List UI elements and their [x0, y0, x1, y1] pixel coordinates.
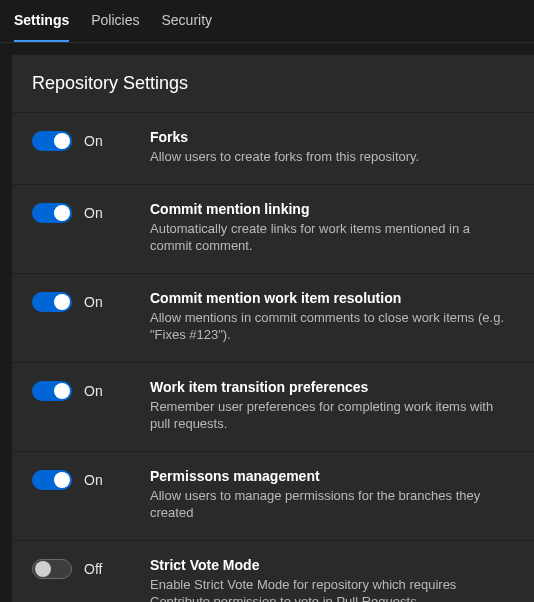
tab-policies[interactable]: Policies [91, 12, 139, 42]
setting-title: Forks [150, 129, 514, 145]
settings-panel: Repository Settings On Forks Allow users… [12, 55, 534, 602]
toggle-permissions-management[interactable] [32, 470, 72, 490]
toggle-strict-vote-mode[interactable] [32, 559, 72, 579]
setting-desc: Allow mentions in commit comments to clo… [150, 309, 514, 344]
toggle-knob [54, 133, 70, 149]
setting-permissions-management: On Permissons management Allow users to … [12, 451, 534, 540]
tab-security[interactable]: Security [161, 12, 212, 42]
setting-desc: Enable Strict Vote Mode for repository w… [150, 576, 514, 602]
toggle-knob [54, 294, 70, 310]
toggle-commit-mention-resolution[interactable] [32, 292, 72, 312]
toggle-knob [54, 472, 70, 488]
toggle-forks[interactable] [32, 131, 72, 151]
setting-title: Commit mention linking [150, 201, 514, 217]
toggle-knob [54, 205, 70, 221]
setting-text: Work item transition preferences Remembe… [150, 379, 514, 433]
setting-text: Commit mention work item resolution Allo… [150, 290, 514, 344]
setting-commit-mention-linking: On Commit mention linking Automatically … [12, 184, 534, 273]
toggle-knob [35, 561, 51, 577]
setting-title: Strict Vote Mode [150, 557, 514, 573]
setting-title: Commit mention work item resolution [150, 290, 514, 306]
setting-text: Permissons management Allow users to man… [150, 468, 514, 522]
panel-title: Repository Settings [12, 55, 534, 112]
setting-forks: On Forks Allow users to create forks fro… [12, 112, 534, 184]
tab-bar: Settings Policies Security [0, 0, 534, 43]
tab-settings[interactable]: Settings [14, 12, 69, 42]
setting-desc: Allow users to manage permissions for th… [150, 487, 514, 522]
toggle-group: On [32, 379, 150, 401]
toggle-group: On [32, 201, 150, 223]
toggle-work-item-transition[interactable] [32, 381, 72, 401]
setting-title: Work item transition preferences [150, 379, 514, 395]
toggle-commit-mention-linking[interactable] [32, 203, 72, 223]
setting-work-item-transition: On Work item transition preferences Reme… [12, 362, 534, 451]
setting-desc: Allow users to create forks from this re… [150, 148, 514, 166]
toggle-group: On [32, 129, 150, 151]
toggle-group: Off [32, 557, 150, 579]
toggle-state-label: On [84, 294, 103, 310]
setting-text: Forks Allow users to create forks from t… [150, 129, 514, 166]
setting-desc: Automatically create links for work item… [150, 220, 514, 255]
setting-desc: Remember user preferences for completing… [150, 398, 514, 433]
setting-title: Permissons management [150, 468, 514, 484]
setting-text: Strict Vote Mode Enable Strict Vote Mode… [150, 557, 514, 602]
toggle-state-label: Off [84, 561, 102, 577]
toggle-state-label: On [84, 472, 103, 488]
toggle-state-label: On [84, 205, 103, 221]
toggle-group: On [32, 468, 150, 490]
setting-text: Commit mention linking Automatically cre… [150, 201, 514, 255]
setting-commit-mention-resolution: On Commit mention work item resolution A… [12, 273, 534, 362]
toggle-state-label: On [84, 133, 103, 149]
setting-strict-vote-mode: Off Strict Vote Mode Enable Strict Vote … [12, 540, 534, 602]
toggle-knob [54, 383, 70, 399]
toggle-state-label: On [84, 383, 103, 399]
toggle-group: On [32, 290, 150, 312]
